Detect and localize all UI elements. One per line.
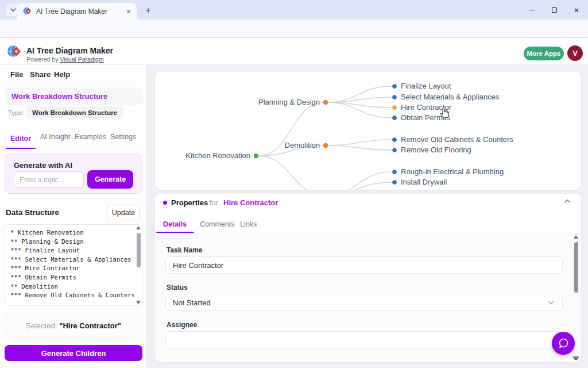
generate-children-button[interactable]: Generate Children (5, 345, 142, 361)
assignee-label: Assignee (167, 321, 197, 329)
node-planning-design[interactable]: Planning & Design (258, 98, 328, 106)
properties-bullet-icon (163, 201, 167, 205)
node-hire-contractor[interactable]: Hire Contractor (392, 103, 452, 112)
generate-panel-title: Generate with AI (14, 161, 72, 170)
node-label[interactable]: Remove Old Flooring (401, 145, 471, 154)
node-dot[interactable] (392, 137, 397, 142)
node-rough-in[interactable]: Rough-in Electrical & Plumbing (392, 167, 504, 176)
tab-close-icon[interactable]: × (126, 7, 131, 16)
data-structure-title: Data Structure (6, 208, 59, 217)
diagram-canvas[interactable]: Kitchen Renovation Planning & Design Dem… (155, 72, 581, 190)
update-button[interactable]: Update (107, 205, 140, 220)
status-label: Status (167, 283, 188, 292)
node-label[interactable]: Obtain Permits (401, 113, 450, 122)
chat-button[interactable] (552, 332, 575, 355)
window-minimize-button[interactable] (527, 5, 537, 15)
node-label[interactable]: Finalize Layout (401, 82, 451, 90)
node-dot[interactable] (323, 100, 328, 105)
visual-paradigm-logo (7, 44, 22, 59)
browser-tabstrip: AI Tree Diagram Maker × + × (0, 0, 588, 20)
node-select-materials[interactable]: Select Materials & Appliances (392, 93, 500, 101)
scroll-up-icon[interactable] (574, 235, 578, 239)
type-label: Type: (8, 109, 24, 116)
window-close-button[interactable]: × (571, 5, 582, 15)
node-remove-flooring[interactable]: Remove Old Flooring (392, 145, 471, 154)
tab-editor-underline (6, 148, 36, 149)
favicon (23, 7, 32, 16)
node-label[interactable]: Demolition (285, 141, 320, 150)
node-dot[interactable] (254, 154, 258, 158)
node-finalize-layout[interactable]: Finalize Layout (392, 82, 451, 90)
powered-by: Powered by Visual Paradigm (26, 56, 104, 63)
sidebar-divider (0, 125, 147, 125)
node-remove-cabinets[interactable]: Remove Old Cabinets & Counters (392, 135, 513, 144)
more-apps-button[interactable]: More Apps (524, 47, 564, 60)
node-kitchen-renovation[interactable]: Kitchen Renovation (185, 151, 258, 160)
scroll-down-icon[interactable] (572, 356, 579, 360)
chevron-down-icon (548, 301, 554, 305)
node-dot[interactable] (392, 170, 397, 174)
tab-ai-insight[interactable]: AI Insight (40, 133, 70, 141)
generate-button[interactable]: Generate (87, 170, 133, 189)
status-select[interactable]: Not Started (165, 294, 563, 311)
node-dot[interactable] (392, 84, 397, 89)
node-dot[interactable] (392, 105, 397, 110)
node-install-drywall[interactable]: Install Drywall (392, 178, 447, 186)
new-tab-button[interactable]: + (142, 5, 154, 16)
node-label[interactable]: Hire Contractor (401, 103, 452, 112)
node-label[interactable]: Rough-in Electrical & Plumbing (401, 167, 504, 176)
type-value: Work Breakdown Structure (26, 106, 123, 118)
node-dot[interactable] (323, 143, 328, 148)
properties-title: Properties (171, 198, 208, 207)
window-maximize-button[interactable] (549, 5, 559, 15)
browser-tab[interactable]: AI Tree Diagram Maker × (17, 3, 137, 20)
menu-share[interactable]: Share (30, 70, 51, 79)
browser-toolbar: ← → ai-toolbox.visual-paradigm.com/app/a… (0, 20, 588, 38)
properties-target: Hire Contractor (223, 198, 278, 207)
topic-input[interactable] (14, 171, 84, 188)
tab-examples[interactable]: Examples (75, 133, 106, 141)
tab-comments[interactable]: Comments (200, 220, 234, 228)
scroll-down-icon[interactable] (136, 301, 141, 304)
node-dot[interactable] (392, 116, 397, 120)
maximize-icon (552, 7, 557, 13)
node-obtain-permits[interactable]: Obtain Permits (392, 113, 450, 122)
visual-paradigm-link[interactable]: Visual Paradigm (60, 56, 103, 63)
node-dot[interactable] (392, 95, 397, 99)
data-structure-text[interactable]: * Kitchen Renovation ** Planning & Desig… (10, 228, 136, 300)
scrollbar-thumb[interactable] (137, 233, 141, 267)
tree-diagram: Kitchen Renovation Planning & Design Dem… (155, 72, 581, 190)
node-label[interactable]: Select Materials & Appliances (401, 93, 500, 101)
scrollbar-thumb[interactable] (574, 242, 578, 293)
menu-file[interactable]: File (10, 70, 23, 79)
tab-details[interactable]: Details (163, 220, 187, 228)
node-label[interactable]: Kitchen Renovation (185, 151, 250, 160)
tab-links[interactable]: Links (240, 220, 257, 228)
properties-for-label: for (210, 198, 218, 207)
node-dot[interactable] (392, 180, 397, 185)
scroll-up-icon[interactable] (136, 226, 141, 229)
user-avatar[interactable]: V (567, 45, 583, 61)
powered-by-prefix: Powered by (26, 56, 60, 63)
collapse-chevron-icon[interactable] (564, 199, 571, 204)
task-name-label: Task Name (167, 246, 202, 254)
document-title-box[interactable]: Work Breakdown Structure (5, 87, 142, 105)
tab-settings[interactable]: Settings (110, 133, 136, 141)
tree-nodes: Kitchen Renovation Planning & Design Dem… (185, 82, 513, 186)
minimize-icon (529, 10, 535, 10)
chat-bubble-icon (557, 337, 570, 350)
node-dot[interactable] (392, 148, 397, 152)
chevron-down-icon (10, 8, 16, 12)
selected-node-box: Selected: "Hire Contractor" (5, 313, 142, 338)
assignee-input[interactable] (165, 331, 563, 348)
app-title: AI Tree Diagram Maker (26, 46, 113, 55)
tab-editor[interactable]: Editor (6, 131, 36, 147)
data-structure-scrollbar[interactable] (135, 226, 142, 305)
node-label[interactable]: Remove Old Cabinets & Counters (401, 135, 513, 144)
data-structure-editor[interactable]: * Kitchen Renovation ** Planning & Desig… (5, 224, 142, 306)
task-name-input[interactable] (165, 256, 563, 274)
menu-help[interactable]: Help (54, 70, 70, 79)
selected-value: "Hire Contractor" (59, 321, 121, 330)
node-label[interactable]: Planning & Design (258, 98, 320, 106)
node-label[interactable]: Install Drywall (401, 178, 447, 186)
